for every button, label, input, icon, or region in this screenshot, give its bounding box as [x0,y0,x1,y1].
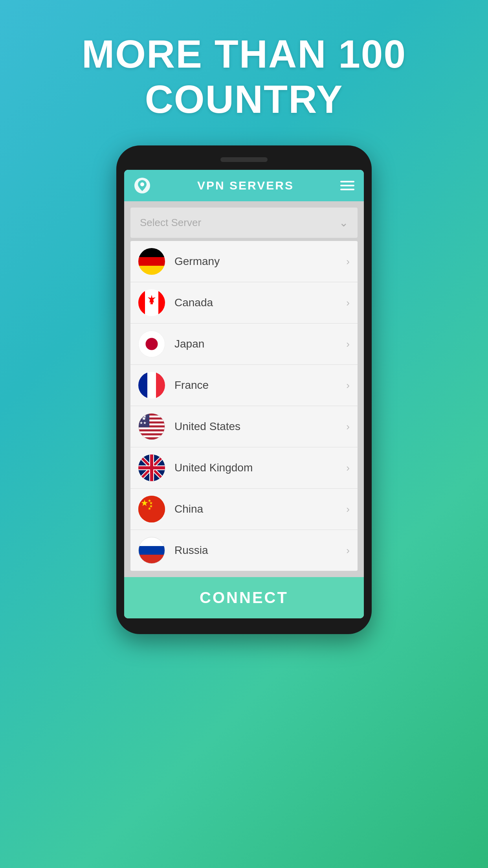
hamburger-line-1 [340,181,354,182]
hamburger-line-3 [340,189,354,190]
chevron-right-icon: › [346,544,350,557]
chevron-right-icon: › [346,338,350,350]
svg-rect-18 [139,431,165,433]
svg-rect-5 [150,301,153,304]
phone-screen: VPN SERVERS Select Server ⌄ Germany [124,170,364,618]
country-name-china: China [174,503,346,515]
headline: MORE THAN 100 COUNTRY [82,31,406,122]
phone-speaker [220,157,268,162]
chevron-down-icon: ⌄ [339,216,348,229]
chevron-right-icon: › [346,297,350,309]
country-name-russia: Russia [174,544,346,557]
list-item[interactable]: Canada › [130,282,358,324]
svg-rect-19 [139,433,165,435]
country-name-canada: Canada [174,296,346,309]
germany-flag-icon [138,248,165,275]
country-name-us: United States [174,420,346,433]
us-flag-icon: ★ ★★★ ★★★ [138,413,165,440]
chevron-right-icon: › [346,503,350,515]
connect-button[interactable]: CONNECT [124,577,364,618]
list-item[interactable]: Russia › [130,530,358,571]
country-name-france: France [174,379,346,392]
svg-rect-3 [158,289,165,316]
headline-line2: COUNTRY [145,77,343,121]
svg-text:★★★: ★★★ [139,414,147,418]
select-server-dropdown[interactable]: Select Server ⌄ [130,208,358,238]
app-header: VPN SERVERS [124,170,364,201]
select-server-label: Select Server [140,217,201,229]
list-item[interactable]: Germany › [130,241,358,282]
headline-line1: MORE THAN 100 [82,32,406,76]
chevron-right-icon: › [346,421,350,433]
chevron-right-icon: › [346,462,350,474]
country-name-japan: Japan [174,338,346,350]
hamburger-line-2 [340,185,354,186]
country-name-germany: Germany [174,255,346,268]
svg-point-7 [145,338,158,350]
svg-text:★★★: ★★★ [139,421,147,425]
phone-mockup: VPN SERVERS Select Server ⌄ Germany [116,145,372,634]
canada-flag-icon [138,289,165,316]
location-pin-icon [134,177,151,194]
list-item[interactable]: France › [130,365,358,406]
svg-rect-17 [139,429,165,431]
chevron-right-icon: › [346,256,350,268]
hamburger-menu-icon[interactable] [340,181,354,190]
list-item[interactable]: United Kingdom › [130,447,358,489]
country-name-uk: United Kingdom [174,462,346,474]
japan-flag-icon [138,331,165,357]
france-flag-icon [138,372,165,399]
app-title: VPN SERVERS [197,179,294,192]
svg-rect-21 [139,438,165,440]
uk-flag-icon [138,454,165,481]
china-flag-icon: ★ ★ ★ ★ ★ [138,496,165,522]
list-item[interactable]: ★ ★ ★ ★ ★ China › [130,489,358,530]
country-list: Germany › Cana [130,241,358,571]
svg-rect-2 [138,289,145,316]
svg-rect-20 [139,436,165,438]
svg-rect-16 [139,427,165,429]
russia-flag-icon [138,537,165,564]
svg-text:★: ★ [148,506,151,511]
chevron-right-icon: › [346,379,350,392]
content-area: Select Server ⌄ Germany › [124,201,364,577]
svg-point-1 [140,182,144,186]
list-item[interactable]: ★ ★★★ ★★★ United States › [130,406,358,447]
svg-rect-9 [139,414,165,416]
list-item[interactable]: Japan › [130,324,358,365]
svg-rect-34 [138,466,165,469]
